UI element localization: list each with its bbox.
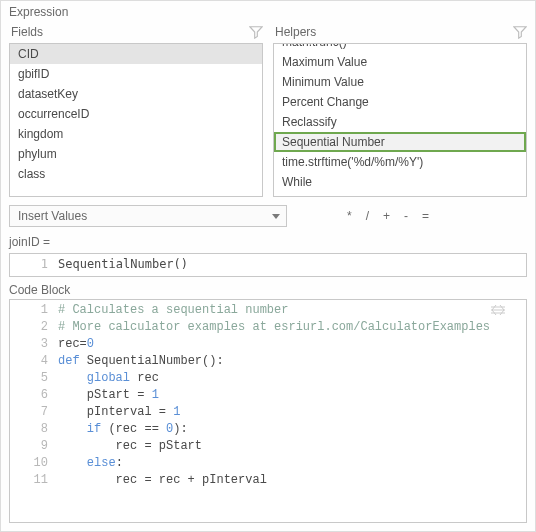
operator-button[interactable]: * (347, 209, 352, 223)
list-item[interactable]: Minimum Value (274, 72, 526, 92)
list-item[interactable]: time.strftime('%d/%m/%Y') (274, 152, 526, 172)
code-lines: # Calculates a sequential number# More c… (58, 300, 490, 508)
list-item[interactable]: class (10, 164, 262, 184)
below-lists-row: Insert Values */+-= (1, 201, 535, 233)
list-item[interactable]: datasetKey (10, 84, 262, 104)
expression-target-label: joinID = (1, 233, 535, 253)
list-item[interactable]: occurrenceID (10, 104, 262, 124)
helpers-listbox[interactable]: ..........math.trunc()Maximum ValueMinim… (273, 43, 527, 197)
operator-button[interactable]: - (404, 209, 408, 223)
operator-button[interactable]: = (422, 209, 429, 223)
panel-title: Expression (1, 1, 535, 21)
fields-column: Fields CIDgbifIDdatasetKeyoccurrenceIDki… (9, 23, 263, 197)
fields-header: Fields (9, 23, 263, 43)
code-gutter: 1234567891011 (10, 300, 58, 508)
resize-handle-icon[interactable] (490, 304, 506, 316)
helpers-label: Helpers (275, 25, 316, 39)
filter-icon[interactable] (249, 25, 263, 39)
expression-panel: Expression Fields CIDgbifIDdatasetKeyocc… (0, 0, 536, 532)
helpers-header: Helpers (273, 23, 527, 43)
expression-text: SequentialNumber() (58, 254, 188, 276)
list-item[interactable]: Sequential Number (274, 132, 526, 152)
list-item[interactable]: Maximum Value (274, 52, 526, 72)
helpers-column: Helpers ..........math.trunc()Maximum Va… (273, 23, 527, 197)
expression-line-number: 1 (10, 254, 58, 276)
operator-button[interactable]: + (383, 209, 390, 223)
fields-label: Fields (11, 25, 43, 39)
list-item[interactable]: Reclassify (274, 112, 526, 132)
insert-values-label: Insert Values (18, 209, 87, 223)
operator-button[interactable]: / (366, 209, 369, 223)
lists-row: Fields CIDgbifIDdatasetKeyoccurrenceIDki… (1, 21, 535, 201)
expression-input[interactable]: 1 SequentialNumber() (9, 253, 527, 277)
fields-listbox[interactable]: CIDgbifIDdatasetKeyoccurrenceIDkingdomph… (9, 43, 263, 197)
code-block-editor[interactable]: 1234567891011 # Calculates a sequential … (9, 299, 527, 523)
list-item[interactable]: phylum (10, 144, 262, 164)
list-item[interactable]: CID (10, 44, 262, 64)
insert-values-dropdown[interactable]: Insert Values (9, 205, 287, 227)
list-item[interactable]: While (274, 172, 526, 192)
list-item[interactable]: math.trunc() (274, 44, 526, 52)
chevron-down-icon (272, 214, 280, 219)
list-item[interactable]: Percent Change (274, 92, 526, 112)
list-item[interactable]: kingdom (10, 124, 262, 144)
operators-row: */+-= (299, 209, 429, 223)
list-item[interactable]: gbifID (10, 64, 262, 84)
code-block-label: Code Block (1, 277, 535, 299)
filter-icon[interactable] (513, 25, 527, 39)
